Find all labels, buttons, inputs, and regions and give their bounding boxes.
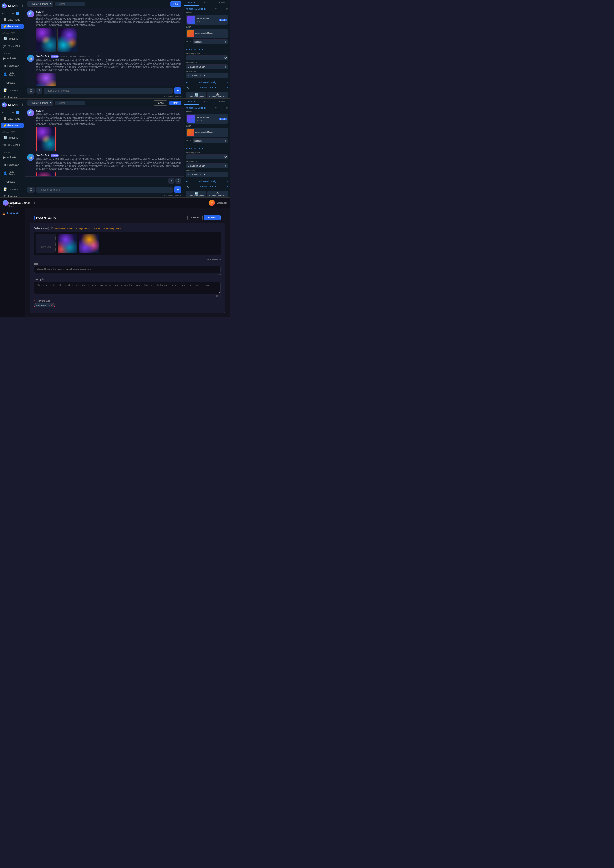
sidebar2-easy-mode[interactable]: ☰ Easy mode (1, 115, 23, 122)
generate-button2[interactable]: ⚡ Generate (1, 123, 23, 129)
send-controlnet-btn1[interactable]: 🕸 Send to ControlNet (207, 92, 228, 98)
send-button1[interactable]: ➤ (174, 87, 182, 94)
sidebar1-face-swap[interactable]: 👤 Face Swap (1, 70, 23, 79)
emoji-btn[interactable]: ? (36, 88, 42, 93)
advanced-config1[interactable]: ⚙ Advanced Config › (184, 80, 230, 85)
sidebar2-controlnet[interactable]: 🕸 ControlNet (1, 141, 23, 149)
msg-info-icon4[interactable]: ℹ (96, 154, 96, 157)
pin-icon1[interactable]: ⊣ (20, 4, 23, 8)
tab-sdxl2[interactable]: SDXL (199, 99, 215, 105)
sidebar1: 🌊 SeaArt ⊣ 137.1K 2.5K 5 ☰ Easy mode ⚡ G… (0, 0, 25, 98)
send-img2img-btn2[interactable]: 🔄 Send to Img2Img (186, 191, 207, 197)
prompt-input2[interactable] (36, 186, 173, 193)
img-size-value1[interactable]: 771X1024 (3:4) ▾ (186, 73, 228, 78)
gallery-add-btn[interactable]: ＋ 添加个人作品 (36, 234, 56, 253)
sidebar2-expansion[interactable]: ⊞ Expansion (1, 161, 23, 168)
sidebar2-preview[interactable]: 👁 Preview (1, 193, 23, 200)
msg-image-1a[interactable] (36, 28, 56, 53)
msg-image-2a[interactable] (36, 73, 56, 85)
post-graphic-publish-btn[interactable]: Publish (204, 215, 221, 220)
sidebar2-upscale[interactable]: ↑ Upscale (1, 178, 23, 185)
channel-dropdown1[interactable]: Private Channel (27, 2, 53, 7)
sidebar1-controlnet[interactable]: 🕸 ControlNet (1, 43, 23, 50)
refresh-icon1[interactable]: ↻ (215, 8, 217, 10)
pin-icon2[interactable]: ⊣ (20, 103, 23, 107)
notification-badge[interactable]: 5 (16, 12, 19, 15)
creative-pin-icon[interactable]: ⊣ (32, 201, 35, 205)
sidebar-post-works[interactable]: 📤 Post Works (0, 210, 25, 217)
advanced-config2[interactable]: ⚙ Advanced Config › (184, 179, 230, 184)
title-field: Title 0/80 (34, 262, 221, 276)
image-attach-btn[interactable]: 🖼 (27, 88, 35, 93)
send-button2[interactable]: ➤ (174, 186, 182, 193)
msg-download-icon4[interactable]: ⬇ (92, 154, 94, 157)
tab-default2[interactable]: Default (184, 99, 199, 105)
img-mode-value1[interactable]: Ultra High Quality ▾ (186, 64, 228, 69)
scroll-down-btn[interactable]: ▾ (168, 178, 174, 184)
advanced-repair1[interactable]: 🔧 Advanced Repair › (184, 85, 230, 90)
controlnet-label: ControlNet (8, 45, 20, 48)
settings-icon1[interactable]: ⚙ (226, 8, 228, 10)
msg-refresh-icon[interactable]: ↻ (98, 55, 100, 58)
post-graphic-cancel-btn[interactable]: Cancel (187, 215, 202, 220)
msg-refresh-icon4[interactable]: ↻ (98, 154, 100, 157)
tab-studio2[interactable]: Studio (215, 99, 230, 105)
help-btn[interactable]: ? (175, 178, 182, 184)
msg-download-icon[interactable]: ⬇ (92, 55, 94, 58)
img-size-value2[interactable]: 771X1024 (3:4) ▾ (186, 172, 228, 177)
img-mode-value2[interactable]: Ultra High Quality ▾ (186, 163, 228, 168)
mode-value2[interactable]: Default ▾ (193, 138, 228, 143)
search-input2[interactable] (56, 101, 85, 105)
advanced-repair2[interactable]: 🔧 Advanced Repair › (184, 184, 230, 189)
sidebar1-animate[interactable]: ▶ Animate (1, 55, 23, 62)
sidebar2-img2img[interactable]: 🔄 Img2Img (1, 134, 23, 141)
lora-name1: Anime Lineari / Mang... (195, 32, 225, 34)
settings-icon2[interactable]: ⚙ (226, 107, 228, 109)
sidebar1-upscale[interactable]: ↑ Upscale (1, 79, 23, 86)
sidebar2-animate[interactable]: ▶ Animate (1, 154, 23, 161)
sidebar1-describe[interactable]: 📝 Describe (1, 87, 23, 93)
gallery-image-1[interactable] (58, 234, 78, 253)
notification-badge2[interactable]: 5 (16, 111, 19, 114)
mode-value1[interactable]: Default ▾ (193, 39, 228, 44)
tag-daily-challenge[interactable]: Daily-Challenge ✕ (34, 303, 55, 307)
refresh-icon2[interactable]: ↻ (215, 107, 217, 109)
send-controlnet-btn2[interactable]: 🕸 Send to ControlNet (207, 191, 228, 197)
image-attach-btn2[interactable]: 🖼 (27, 186, 35, 192)
lora-slider2[interactable] (195, 133, 225, 134)
gallery-image-2[interactable] (79, 234, 99, 253)
sidebar1-img2img[interactable]: 🔄 Img2Img (1, 35, 23, 42)
tag-remove-icon[interactable]: ✕ (51, 304, 53, 307)
tab-studio1[interactable]: Studio (215, 0, 230, 6)
tab-default1[interactable]: Default (184, 0, 199, 6)
quantity-select2[interactable]: 4 (186, 154, 228, 160)
msg-image-1b[interactable] (58, 28, 77, 53)
sidebar1-expansion[interactable]: ⊞ Expansion (1, 62, 23, 69)
msg-image-4a[interactable] (36, 172, 56, 177)
next-button2[interactable]: Next (169, 101, 182, 105)
delete-all-link[interactable]: 🗑 🗑 Delete All (34, 258, 221, 260)
lora-slider1[interactable] (195, 35, 225, 36)
sidebar2-describe[interactable]: 📝 Describe (1, 186, 23, 192)
animate-label2: Animate (7, 156, 16, 159)
switch-button2[interactable]: Switch (219, 118, 227, 120)
msg-more-icon[interactable]: ••• (87, 55, 90, 58)
cancel-button2[interactable]: Cancel (153, 101, 167, 105)
advanced-config-icon2: ⚙ (186, 180, 188, 183)
search-input1[interactable] (56, 2, 85, 6)
prompt-input1[interactable] (44, 88, 173, 94)
msg-more-icon4[interactable]: ••• (87, 154, 90, 157)
post-button1[interactable]: Post (170, 2, 182, 7)
msg-info-icon[interactable]: ℹ (96, 55, 96, 58)
switch-button1[interactable]: Switch (219, 19, 227, 21)
description-textarea[interactable] (34, 282, 221, 294)
title-input[interactable] (34, 266, 221, 273)
msg-image-3a[interactable] (36, 127, 56, 152)
send-img2img-btn1[interactable]: 🔄 Send to Img2Img (186, 92, 207, 98)
quantity-select1[interactable]: 4 (186, 56, 228, 60)
tab-sdxl1[interactable]: SDXL (199, 0, 215, 6)
sidebar2-face-swap[interactable]: 👤 Face Swap (1, 169, 23, 178)
sidebar1-easy-mode[interactable]: ☰ Easy mode (1, 16, 23, 23)
generate-button1[interactable]: ⚡ Generate (1, 24, 23, 29)
channel-dropdown2[interactable]: Private Channel (27, 101, 53, 105)
